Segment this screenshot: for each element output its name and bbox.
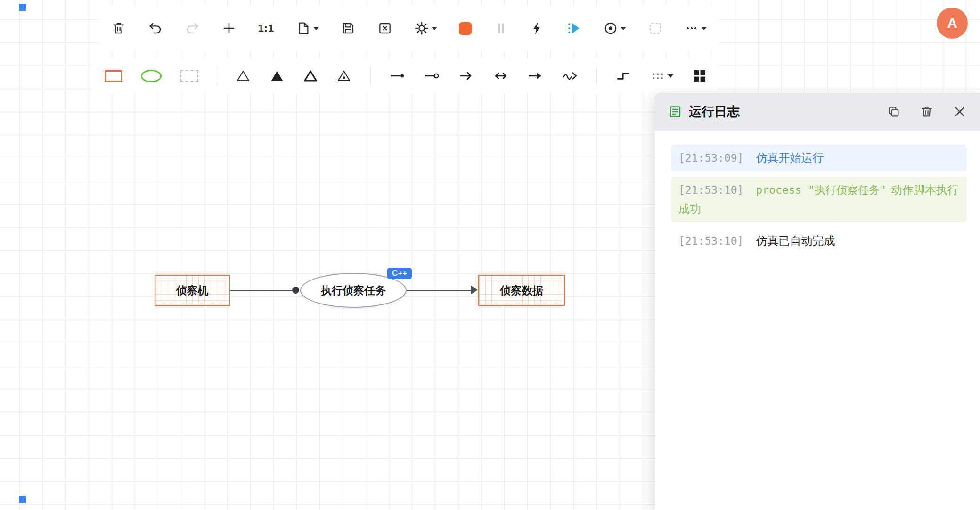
triangle-outline-icon: [236, 68, 251, 83]
rect-shape-button[interactable]: [105, 65, 122, 87]
log-list-icon: [668, 105, 682, 119]
play-button[interactable]: [566, 17, 581, 40]
run-log-header: 运行日志: [655, 93, 980, 131]
cpp-badge[interactable]: C++: [387, 268, 412, 279]
play-icon: [566, 21, 581, 36]
edge-source-to-task[interactable]: [230, 290, 294, 291]
pause-button[interactable]: [493, 17, 508, 40]
triangle-dot-icon: [336, 68, 351, 83]
marquee-select-button[interactable]: [648, 17, 663, 40]
elbow-connector-icon: [615, 68, 631, 84]
node-recon-data[interactable]: 侦察数据: [478, 275, 565, 306]
run-log-panel: 运行日志 [21:53:09]仿真开始运行 [21:53:10]process …: [655, 93, 980, 510]
arrow-squiggle-button[interactable]: [562, 65, 578, 87]
log-entry: [21:53:10]process "执行侦察任务"动作脚本执行成功: [671, 177, 967, 222]
rect-shape-icon: [105, 70, 122, 82]
bolt-icon: [530, 21, 545, 36]
pause-icon: [493, 21, 508, 36]
toolbar-divider: [370, 66, 371, 85]
triangle-outline-button[interactable]: [236, 65, 251, 87]
new-file-icon: [296, 21, 311, 36]
stop-button[interactable]: [459, 17, 472, 40]
line-dot-end-icon: [389, 68, 405, 84]
grid-dots-icon: [650, 68, 665, 83]
line-circle-end-icon: [424, 68, 440, 84]
fast-run-button[interactable]: [530, 17, 545, 40]
save-button[interactable]: [341, 17, 356, 40]
node-label: 侦察机: [176, 283, 209, 298]
close-icon: [953, 105, 967, 119]
blocks-grid-button[interactable]: [692, 65, 708, 87]
close-file-icon: [377, 21, 392, 36]
triangle-filled-icon: [270, 68, 285, 83]
toolbar-divider: [596, 66, 597, 85]
ellipse-shape-button[interactable]: [141, 65, 162, 87]
page-marker-top: [19, 4, 26, 11]
elbow-connector-button[interactable]: [615, 65, 631, 87]
grid-dots-caret-icon: [668, 74, 673, 78]
trash-icon: [111, 21, 126, 36]
delete-button[interactable]: [111, 17, 126, 40]
copy-log-button[interactable]: [887, 103, 901, 120]
marquee-icon: [648, 21, 663, 36]
log-timestamp: [21:53:09]: [678, 152, 743, 164]
close-file-button[interactable]: [377, 17, 392, 40]
avatar-initial: A: [947, 15, 957, 31]
shape-toolbar: [93, 58, 719, 93]
target-icon: [603, 21, 618, 36]
triangle-thick-button[interactable]: [303, 65, 318, 87]
redo-button[interactable]: [185, 17, 200, 40]
log-message: 仿真开始运行: [756, 151, 824, 164]
add-button[interactable]: [221, 17, 237, 40]
gear-icon: [414, 21, 429, 36]
ellipse-shape-icon: [141, 70, 162, 82]
node-label: 侦察数据: [500, 283, 543, 298]
line-circle-end-button[interactable]: [424, 65, 440, 87]
edge-arrowhead: [471, 286, 478, 294]
dashed-rect-shape-button[interactable]: [180, 65, 198, 87]
run-log-title: 运行日志: [689, 103, 740, 120]
triangle-dot-button[interactable]: [336, 65, 351, 87]
log-timestamp: [21:53:10]: [678, 235, 743, 247]
new-file-button[interactable]: [296, 17, 319, 40]
redo-icon: [185, 21, 200, 36]
page-marker-bottom: [19, 496, 26, 503]
arrow-squiggle-icon: [562, 68, 578, 84]
node-recon-plane[interactable]: 侦察机: [155, 275, 230, 306]
grid-dots-button[interactable]: [650, 65, 673, 87]
line-dot-end-button[interactable]: [389, 65, 405, 87]
close-log-button[interactable]: [953, 103, 967, 120]
avatar[interactable]: A: [937, 8, 968, 39]
log-entry: [21:53:09]仿真开始运行: [671, 145, 967, 171]
zoom-reset-button[interactable]: 1:1: [258, 17, 275, 40]
settings-button[interactable]: [414, 17, 437, 40]
dashed-rect-shape-icon: [180, 70, 198, 82]
node-label: 执行侦察任务: [321, 283, 386, 298]
plus-icon: [221, 21, 237, 36]
settings-caret-icon: [432, 27, 437, 30]
triangle-filled-button[interactable]: [270, 65, 285, 87]
zoom-reset-label: 1:1: [258, 22, 275, 34]
clear-log-button[interactable]: [920, 103, 934, 120]
arrow-solid-head-icon: [527, 68, 543, 84]
log-message: 仿真已自动完成: [756, 234, 835, 247]
trash-icon: [920, 105, 934, 119]
run-log-body: [21:53:09]仿真开始运行 [21:53:10]process "执行侦察…: [655, 131, 980, 254]
undo-button[interactable]: [148, 17, 163, 40]
arrow-right-button[interactable]: [458, 65, 474, 87]
more-button[interactable]: [685, 17, 707, 40]
blocks-grid-icon: [692, 68, 708, 84]
arrow-solid-head-button[interactable]: [527, 65, 543, 87]
copy-icon: [887, 105, 901, 119]
arrow-double-button[interactable]: [493, 65, 509, 87]
save-icon: [341, 21, 356, 36]
more-icon: [685, 21, 699, 35]
toolbar-divider: [217, 66, 217, 85]
record-target-button[interactable]: [603, 17, 626, 40]
stop-icon: [459, 22, 472, 35]
log-entry: [21:53:10]仿真已自动完成: [671, 228, 967, 254]
log-timestamp: [21:53:10]: [678, 184, 743, 196]
more-caret-icon: [701, 27, 707, 30]
main-toolbar: 1:1: [99, 6, 719, 51]
edge-task-to-data[interactable]: [407, 290, 472, 291]
